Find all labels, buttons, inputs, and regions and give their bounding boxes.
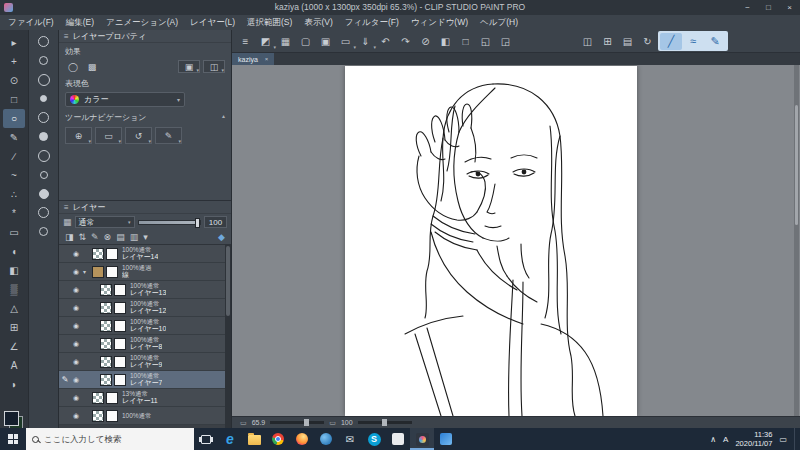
folder-expander-icon[interactable]: ▾ — [83, 268, 90, 275]
layer-visibility-eye-icon[interactable]: ◉ — [71, 304, 81, 312]
clear-button[interactable]: ⊘ — [416, 32, 435, 50]
fill-button[interactable]: ◧ — [436, 32, 455, 50]
fill-tool[interactable]: ◧ — [3, 261, 25, 280]
deselect-button[interactable]: ◱ — [476, 32, 495, 50]
subtool-icon[interactable] — [33, 167, 55, 182]
taskbar-search-input[interactable] — [44, 434, 174, 444]
canvas-tab[interactable]: kaziya × — [232, 53, 274, 65]
ruler-range-button[interactable]: ▾ — [143, 232, 148, 242]
reference-layer-button[interactable]: ⇅ — [79, 232, 87, 242]
layer-thumbnail[interactable] — [100, 320, 112, 332]
curve-tool-button[interactable]: ≈ — [682, 33, 704, 50]
menu-item[interactable]: ウィンドウ(W) — [405, 15, 474, 30]
layer-visibility-eye-icon[interactable]: ◉ — [71, 250, 81, 258]
move-layer-tool[interactable]: + — [3, 52, 25, 71]
clip-studio-paint-icon[interactable] — [410, 428, 434, 450]
layer-color-button[interactable]: ▣ — [178, 60, 200, 73]
menu-item[interactable]: ファイル(F) — [2, 15, 60, 30]
invert-selection-button[interactable]: ◲ — [496, 32, 515, 50]
nav-pen-button[interactable]: ✎ — [155, 127, 182, 144]
close-tab-icon[interactable]: × — [265, 56, 269, 62]
rotate-view-button[interactable]: ↻ — [638, 32, 657, 50]
layer-visibility-eye-icon[interactable]: ◉ — [71, 286, 81, 294]
new-canvas-button[interactable]: ▢ — [296, 32, 315, 50]
subtool-icon[interactable] — [33, 148, 55, 163]
zoom-tool[interactable]: ⊙ — [3, 71, 25, 90]
select-area-button[interactable]: □ — [456, 32, 475, 50]
tone-effect-icon[interactable]: ▩ — [84, 60, 100, 73]
tool-property-button[interactable]: ◩ — [256, 32, 275, 50]
save-button[interactable]: ▣ — [316, 32, 335, 50]
subtool-icon[interactable] — [33, 110, 55, 125]
レイヤー14[interactable]: ✎ ◉ 100%通常 レイヤー14 — [59, 245, 225, 263]
zoom-slider[interactable] — [270, 421, 324, 424]
snap-to-ruler-button[interactable]: ◫ — [578, 32, 597, 50]
ruler-tool[interactable]: ∠ — [3, 337, 25, 356]
balloon-tool[interactable]: ◗ — [3, 375, 25, 394]
opacity-value[interactable]: 100 — [204, 216, 227, 228]
zoom-out-icon[interactable]: ▭ — [240, 419, 247, 427]
enable-mask-button[interactable]: ▥ — [130, 232, 139, 242]
close-button[interactable]: × — [779, 0, 800, 15]
scrollbar-thumb[interactable] — [795, 105, 798, 225]
task-view-button[interactable] — [194, 428, 218, 450]
menu-item[interactable]: レイヤー(L) — [184, 15, 241, 30]
layer-list-scrollbar[interactable] — [225, 244, 231, 428]
lasso-select-tool[interactable]: ○ — [3, 109, 25, 128]
subtool-icon[interactable] — [33, 205, 55, 220]
layer-visibility-eye-icon[interactable]: ◉ — [71, 376, 81, 384]
photos-icon[interactable] — [434, 428, 458, 450]
menu-item[interactable]: アニメーション(A) — [100, 15, 184, 30]
canvas-viewport[interactable] — [232, 65, 800, 416]
lock-transparent-pixels-button[interactable]: ▤ — [116, 232, 125, 242]
rotation-slider-thumb[interactable] — [382, 419, 387, 426]
mail-icon[interactable]: ✉ — [338, 428, 362, 450]
レイヤー9[interactable]: ✎ ◉ 100%通常 レイヤー9 — [59, 353, 225, 371]
lock-layer-button[interactable]: ⊗ — [104, 232, 112, 242]
nav-fit-button[interactable]: ▭ — [95, 127, 122, 144]
layer-thumbnail[interactable] — [92, 410, 104, 422]
tray-expand-icon[interactable]: ∧ — [710, 435, 716, 444]
layer-color-toggle-button[interactable]: ◆ — [218, 232, 225, 242]
chrome-icon[interactable] — [266, 428, 290, 450]
gradient-tool[interactable]: ▒ — [3, 280, 25, 299]
layer-visibility-eye-icon[interactable]: ◉ — [71, 358, 81, 366]
extract-line-button[interactable]: ◫ — [203, 60, 225, 73]
minimize-button[interactable]: − — [737, 0, 758, 15]
app-circle-icon[interactable] — [314, 428, 338, 450]
layer-visibility-eye-icon[interactable]: ◉ — [71, 268, 81, 276]
figure-tool[interactable]: △ — [3, 299, 25, 318]
layer-thumbnail[interactable] — [100, 374, 112, 386]
maximize-button[interactable]: □ — [758, 0, 779, 15]
レイヤー10[interactable]: ✎ ◉ 100%通常 レイヤー10 — [59, 317, 225, 335]
レイヤー7[interactable]: ✎ ◉ 100%通常 レイヤー7 — [59, 371, 225, 389]
レイヤー8[interactable]: ✎ ◉ 100%通常 レイヤー8 — [59, 335, 225, 353]
subtool-icon[interactable] — [33, 91, 55, 106]
layer-thumbnail[interactable] — [100, 302, 112, 314]
skype-icon[interactable]: S — [362, 428, 386, 450]
text-tool[interactable]: A — [3, 356, 25, 375]
decoration-tool[interactable]: * — [3, 204, 25, 223]
layer-thumbnail[interactable] — [92, 392, 104, 404]
app-square-icon[interactable] — [386, 428, 410, 450]
layer-thumbnail[interactable] — [92, 266, 104, 278]
nav-rotate-button[interactable]: ↺ — [125, 127, 152, 144]
menu-item[interactable]: 表示(V) — [298, 15, 338, 30]
eraser-tool[interactable]: ▭ — [3, 223, 25, 242]
opacity-slider[interactable] — [138, 220, 201, 225]
show-desktop-button[interactable] — [794, 428, 798, 450]
collapse-arrow-icon[interactable]: ▴ — [222, 112, 225, 119]
subtool-icon[interactable] — [33, 53, 55, 68]
canvas-vertical-scrollbar[interactable] — [794, 65, 799, 416]
reset-view-icon[interactable]: ▭ — [329, 419, 336, 427]
blend-tool[interactable]: ◖ — [3, 242, 25, 261]
layer-thumbnail[interactable] — [100, 338, 112, 350]
open-button[interactable]: ▭ — [336, 32, 355, 50]
menu-item[interactable]: 選択範囲(S) — [241, 15, 298, 30]
panel-menu-icon[interactable]: ≡ — [64, 203, 69, 212]
ime-mode-indicator[interactable]: A — [723, 435, 728, 444]
edge-icon[interactable]: e — [218, 428, 242, 450]
workspace-button[interactable]: ▦ — [276, 32, 295, 50]
draft-layer-button[interactable]: ✎ — [91, 232, 99, 242]
layer-visibility-eye-icon[interactable]: ◉ — [71, 412, 81, 420]
